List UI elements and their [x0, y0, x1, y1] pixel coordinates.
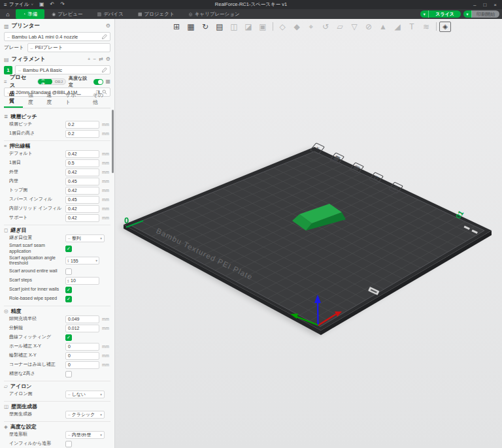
- cut-icon[interactable]: ⊘: [362, 21, 375, 32]
- filament-preset-dropdown[interactable]: – Bambu PLA Basic: [15, 65, 110, 74]
- move-icon[interactable]: ⌖: [305, 21, 318, 32]
- param-value-field[interactable]: 0.2: [65, 121, 99, 129]
- param-label: アイロン面: [9, 391, 65, 397]
- param-spinner[interactable]: ▴▾ 10 ▾: [65, 277, 99, 285]
- param-dropdown[interactable]: – 整列 ▾: [65, 234, 105, 242]
- param-value-field[interactable]: 0.45: [65, 196, 99, 204]
- maximize-button[interactable]: □: [483, 2, 486, 8]
- slice-button[interactable]: ▼ スライス: [420, 10, 461, 18]
- param-value-field[interactable]: 0: [65, 343, 99, 351]
- print-dropdown-icon[interactable]: ▼: [463, 10, 472, 18]
- variable-layer-icon[interactable]: ≋: [420, 21, 433, 32]
- param-tab[interactable]: サポート: [60, 91, 88, 108]
- param-value-field[interactable]: 0.5: [65, 159, 99, 167]
- text-icon[interactable]: T: [405, 21, 418, 32]
- param-tab[interactable]: 強度: [23, 91, 42, 108]
- printer-icon: ▥: [4, 24, 9, 29]
- param-tab[interactable]: 速度: [41, 91, 60, 108]
- nav-tab[interactable]: ◎ キャリブレーション: [182, 9, 247, 19]
- lay-flat-icon[interactable]: ▽: [348, 21, 361, 32]
- param-checkbox[interactable]: ✓: [65, 246, 72, 252]
- printer-settings-gear-icon[interactable]: ⚙: [106, 24, 110, 29]
- rotate-icon[interactable]: ↺: [319, 21, 332, 32]
- scale-icon[interactable]: ▱: [333, 21, 346, 32]
- assembly-view-icon[interactable]: ◈: [439, 22, 451, 32]
- close-button[interactable]: ×: [494, 2, 497, 8]
- param-value-field[interactable]: 0.2: [65, 130, 99, 138]
- param-value-field[interactable]: 0.45: [65, 178, 99, 185]
- param-tab-label: その他: [93, 92, 103, 105]
- param-unit: mm: [102, 152, 111, 156]
- arrange-icon[interactable]: ▤: [213, 21, 226, 32]
- plate-type-dropdown[interactable]: – PEIプレート: [27, 43, 110, 52]
- support-paint-icon[interactable]: ▲: [376, 21, 390, 32]
- param-row: 内壁 0.45 mm: [4, 177, 110, 185]
- printer-preset-dropdown[interactable]: – Bambu Lab A1 mini 0.4 nozzle: [4, 32, 110, 41]
- param-value-field[interactable]: 0.42: [65, 168, 99, 176]
- add-plate-icon[interactable]: ▦: [184, 21, 197, 32]
- auto-orient-icon[interactable]: ↻: [199, 21, 212, 32]
- slice-dropdown-icon[interactable]: ▼: [420, 10, 429, 18]
- param-value-field[interactable]: 0.42: [65, 187, 99, 195]
- param-tab[interactable]: 品質: [4, 90, 23, 108]
- filament-slot-badge[interactable]: 1: [4, 66, 12, 74]
- clone-icon[interactable]: ▣: [256, 21, 269, 32]
- toolbar-icon[interactable]: [434, 21, 438, 32]
- param-checkbox[interactable]: ✓: [65, 441, 72, 447]
- param-checkbox[interactable]: ✓: [65, 268, 72, 275]
- param-checkbox[interactable]: ✓: [65, 296, 72, 302]
- param-checkbox[interactable]: ✓: [65, 334, 72, 341]
- filament-settings-gear-icon[interactable]: ⚙: [106, 57, 110, 62]
- paste-icon[interactable]: ◪: [242, 21, 255, 32]
- hamburger-icon: ≡: [4, 2, 7, 8]
- scope-objects-label[interactable]: OBJ: [52, 80, 65, 84]
- nav-tab[interactable]: ◔ 準備: [16, 9, 44, 19]
- param-unit: mm: [102, 170, 111, 174]
- remove-filament-icon[interactable]: −: [93, 57, 96, 62]
- param-dropdown[interactable]: – クラシック ▾: [65, 411, 105, 419]
- spinner-arrows-icon[interactable]: ▴▾: [67, 279, 69, 283]
- file-menu-button[interactable]: ≡ ファイル ˅: [4, 1, 33, 8]
- advanced-settings-toggle[interactable]: [93, 79, 104, 85]
- spinner-arrows-icon[interactable]: ▴▾: [67, 259, 69, 263]
- param-value-field[interactable]: 0.049: [65, 315, 99, 323]
- seam-paint-icon[interactable]: ◢: [391, 21, 404, 32]
- param-checkbox[interactable]: ✓: [65, 287, 72, 293]
- minimize-button[interactable]: –: [473, 2, 476, 8]
- process-header-label: プロセス: [10, 74, 32, 89]
- param-tab[interactable]: その他: [88, 91, 110, 108]
- viewport-3d[interactable]: ⊞ ▦ ↻ ▤ ◫ ◪ ▣ ◇ ◆: [115, 19, 502, 448]
- nav-tab[interactable]: ▥ デバイス: [90, 9, 131, 19]
- redo-icon[interactable]: ↷: [60, 2, 65, 7]
- scope-toggle[interactable]: 全体 OBJ: [37, 78, 66, 85]
- preset-detail-icon[interactable]: ▦: [105, 79, 110, 84]
- edit-filament-icon[interactable]: [102, 67, 107, 72]
- nav-tab[interactable]: ◉ プレビュー: [44, 9, 90, 19]
- print-button[interactable]: ▼ 印刷開始: [463, 10, 499, 18]
- split-parts-icon[interactable]: ◆: [290, 21, 303, 32]
- param-value-field[interactable]: 0.42: [65, 205, 99, 213]
- scope-global-label[interactable]: 全体: [38, 78, 52, 85]
- param-value-field[interactable]: 0.42: [65, 150, 99, 158]
- param-dropdown[interactable]: – しない ▾: [65, 391, 105, 398]
- undo-icon[interactable]: ↶: [50, 2, 54, 7]
- home-button[interactable]: ⌂: [0, 11, 16, 18]
- nav-tab[interactable]: ▦ プロジェクト: [131, 9, 182, 19]
- edit-printer-icon[interactable]: [102, 34, 107, 39]
- param-spinner[interactable]: ▴▾ 155 ▾: [65, 257, 99, 264]
- split-objects-icon[interactable]: ◇: [276, 21, 289, 32]
- sync-filament-icon[interactable]: ⇄: [99, 57, 103, 62]
- save-project-icon[interactable]: ▣: [39, 2, 44, 7]
- param-checkbox[interactable]: ✓: [65, 371, 72, 377]
- add-filament-icon[interactable]: +: [88, 57, 91, 62]
- param-value-field[interactable]: 0.012: [65, 325, 99, 332]
- param-value-field[interactable]: 0: [65, 361, 99, 369]
- panel-scrollbar[interactable]: [112, 110, 114, 173]
- param-value-field[interactable]: 0: [65, 352, 99, 360]
- param-value-field[interactable]: 0.42: [65, 214, 99, 222]
- param-label: Scarf steps: [9, 278, 65, 283]
- toolbar-icon[interactable]: [271, 21, 275, 32]
- param-dropdown[interactable]: – 内壁/外壁 ▾: [65, 431, 105, 439]
- copy-icon[interactable]: ◫: [227, 21, 241, 32]
- add-model-icon[interactable]: ⊞: [170, 21, 183, 32]
